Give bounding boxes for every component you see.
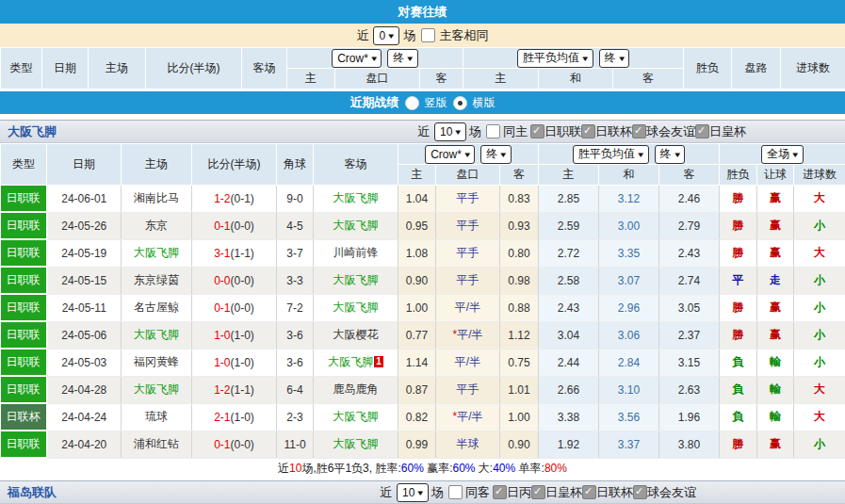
col-asia-away: 客 bbox=[500, 165, 539, 186]
chevron-down-icon: ▾ bbox=[582, 54, 588, 63]
cell-league: 日联杯 bbox=[1, 403, 47, 431]
h2h-asia-final-select[interactable]: 终▾ bbox=[387, 49, 418, 68]
team2-same-away-checkbox[interactable] bbox=[448, 485, 463, 499]
cell-result: 勝 bbox=[720, 212, 757, 239]
chevron-down-icon: ▾ bbox=[501, 150, 507, 159]
team2-league-checkbox[interactable] bbox=[493, 485, 507, 499]
team1-league-checkbox[interactable] bbox=[530, 124, 544, 138]
summary-text: 80% bbox=[544, 462, 567, 475]
team2-league-checkbox[interactable] bbox=[633, 485, 647, 499]
cell-handicap-result: 輸 bbox=[757, 376, 794, 403]
cell-eu-draw-odds: 3.37 bbox=[599, 431, 659, 458]
score-halftime: (0-0) bbox=[231, 301, 254, 315]
cell-home-team: 大阪飞脚 bbox=[122, 239, 192, 267]
team1-name-link[interactable]: 大阪飞脚 bbox=[8, 123, 57, 140]
cell-asia-away-odds: 0.83 bbox=[500, 186, 539, 213]
team1-league-checkbox[interactable] bbox=[632, 124, 646, 138]
team1-asia-company-select[interactable]: Crow*▾ bbox=[425, 145, 475, 164]
table-row: 日职联24-05-03福冈黄蜂1-0(1-0)3-6大阪飞脚11.14平/半0.… bbox=[1, 349, 845, 376]
cell-result: 勝 bbox=[720, 321, 757, 349]
team2-section-header: 福岛联队 近 10▾ 场 同客 日丙日皇杯日联杯球会友谊 bbox=[0, 480, 845, 504]
cell-date: 24-04-20 bbox=[47, 431, 122, 458]
near-label: 近 bbox=[380, 484, 392, 501]
cell-home-team: 大阪飞脚 bbox=[122, 321, 192, 349]
team2-league-label: 日皇杯 bbox=[545, 484, 582, 501]
cell-asia-handicap: 平手 bbox=[436, 186, 500, 213]
team2-count-select[interactable]: 10▾ bbox=[397, 483, 429, 502]
cell-asia-away-odds: 0.80 bbox=[500, 239, 539, 267]
cell-asia-handicap: 平手 bbox=[436, 212, 500, 239]
team1-scope-select[interactable]: 全场▾ bbox=[761, 145, 804, 164]
cell-home-team: 福冈黄蜂 bbox=[122, 349, 192, 376]
col-type: 类型 bbox=[1, 144, 47, 186]
team2-league-checkbox[interactable] bbox=[531, 485, 545, 499]
col-date: 日期 bbox=[47, 144, 122, 186]
vertical-layout-radio[interactable] bbox=[405, 96, 419, 110]
games-label: 场 bbox=[431, 484, 444, 501]
team1-league-checkbox[interactable] bbox=[695, 124, 709, 138]
col-score: 比分(半场) bbox=[192, 144, 277, 186]
cell-goals-result: 小 bbox=[794, 267, 845, 294]
table-row: 日职联24-05-11名古屋鲸0-1(0-0)7-2大阪飞脚1.00平/半0.8… bbox=[1, 294, 845, 321]
team1-section-header: 大阪飞脚 近 10▾ 场 同主 日职联日联杯球会友谊日皇杯 bbox=[0, 120, 845, 143]
vertical-layout-label: 竖版 bbox=[425, 95, 447, 111]
handicap-text: 平手 bbox=[457, 382, 479, 396]
summary-text: 大: bbox=[476, 461, 494, 477]
table-row: 日职联24-05-06大阪飞脚1-0(1-0)3-6大阪樱花0.77*平/半1.… bbox=[1, 321, 845, 349]
cell-corner: 6-4 bbox=[277, 376, 314, 403]
cell-asia-away-odds: 0.90 bbox=[500, 431, 539, 458]
cell-league: 日职联 bbox=[1, 321, 47, 349]
cell-asia-handicap: 平/半 bbox=[436, 349, 500, 376]
same-home-away-checkbox[interactable] bbox=[421, 28, 435, 42]
team1-same-home-checkbox[interactable] bbox=[486, 124, 500, 138]
cell-score: 1-2(0-1) bbox=[192, 186, 277, 213]
cell-eu-away-odds: 2.74 bbox=[659, 267, 720, 294]
h2h-eu-final-select[interactable]: 终▾ bbox=[599, 49, 630, 68]
cell-eu-away-odds: 3.80 bbox=[659, 431, 720, 458]
cell-goals-result: 小 bbox=[794, 321, 845, 349]
cell-asia-handicap: *平/半 bbox=[436, 403, 500, 431]
cell-home-team: 名古屋鲸 bbox=[122, 294, 192, 321]
cell-eu-away-odds: 1.96 bbox=[659, 403, 720, 431]
team1-asia-final-select[interactable]: 终▾ bbox=[480, 145, 512, 164]
cell-handicap-result: 赢 bbox=[757, 294, 794, 321]
team1-eu-final-select[interactable]: 终▾ bbox=[655, 145, 686, 164]
cell-goals-result: 小 bbox=[794, 431, 845, 458]
chevron-down-icon: ▾ bbox=[388, 31, 394, 41]
cell-league: 日职联 bbox=[1, 294, 47, 321]
score-halftime: (1-0) bbox=[231, 329, 254, 342]
h2h-eu-company-select[interactable]: 胜平负均值▾ bbox=[517, 49, 593, 68]
cell-score: 2-1(1-0) bbox=[192, 403, 277, 431]
col-eu-draw: 和 bbox=[599, 165, 659, 186]
score-fulltime: 0-0 bbox=[214, 274, 230, 287]
chevron-down-icon: ▾ bbox=[674, 150, 680, 159]
cell-asia-away-odds: 0.88 bbox=[500, 294, 539, 321]
table-row: 日职联24-04-20浦和红钻0-1(0-0)11-0大阪飞脚0.99半球0.9… bbox=[1, 431, 845, 458]
cell-eu-draw-odds: 3.00 bbox=[599, 212, 659, 239]
team2-name-link[interactable]: 福岛联队 bbox=[8, 484, 57, 501]
cell-away-team: 鹿岛鹿角 bbox=[314, 376, 398, 403]
team2-league-checkbox[interactable] bbox=[582, 485, 596, 499]
col-home: 主场 bbox=[89, 48, 146, 89]
recent-results-bar: 近期战绩 竖版 横版 bbox=[0, 91, 845, 114]
team1-eu-company-select[interactable]: 胜平负均值▾ bbox=[573, 145, 649, 164]
cell-home-team: 东京 bbox=[122, 212, 192, 239]
team1-league-checkbox[interactable] bbox=[581, 124, 595, 138]
cell-eu-home-odds: 3.04 bbox=[539, 321, 599, 349]
team1-count-select[interactable]: 10▾ bbox=[434, 122, 466, 141]
h2h-asia-company-select[interactable]: Crow*▾ bbox=[332, 49, 382, 68]
same-home-away-label: 主客相同 bbox=[440, 27, 489, 44]
cell-eu-home-odds: 1.92 bbox=[539, 431, 599, 458]
horizontal-layout-radio[interactable] bbox=[453, 96, 467, 110]
cell-corner: 7-2 bbox=[277, 294, 314, 321]
score-halftime: (0-0) bbox=[231, 274, 254, 287]
cell-goals-result: 小 bbox=[794, 212, 845, 239]
summary-text: 单率: bbox=[515, 461, 544, 477]
col-date: 日期 bbox=[42, 48, 89, 89]
cell-goals-result: 大 bbox=[794, 376, 845, 403]
col-result: 胜负 bbox=[684, 48, 732, 89]
h2h-count-select[interactable]: 0▾ bbox=[373, 26, 398, 45]
chevron-down-icon: ▾ bbox=[464, 150, 470, 159]
cell-eu-home-odds: 2.66 bbox=[539, 376, 599, 403]
cell-corner: 3-6 bbox=[277, 321, 314, 349]
